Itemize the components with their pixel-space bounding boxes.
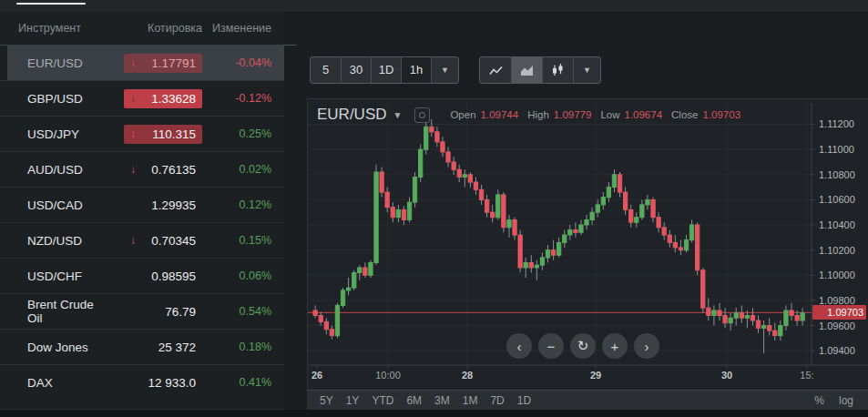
line-chart-icon: [488, 64, 504, 77]
instrument-name: USD/CAD: [0, 198, 102, 212]
change-percent: 0.54%: [202, 305, 271, 318]
instrument-name: GBP/USD: [0, 92, 102, 106]
price-axis-label: 1.10400: [819, 219, 866, 230]
timeframe-button-30[interactable]: 30: [341, 57, 371, 83]
chart-type-dropdown-button[interactable]: ▼: [573, 57, 600, 83]
candlestick-chart-icon: [550, 63, 566, 77]
price-axis-label: 1.09600: [819, 320, 866, 331]
range-button-7d[interactable]: 7D: [490, 394, 504, 407]
watchlist-row[interactable]: USD/CAD ↓1.29935 0.12%: [0, 187, 284, 222]
legend-open-value: 1.09744: [481, 109, 519, 120]
timeframe-button-1d[interactable]: 1D: [371, 57, 401, 83]
column-header-change: Изменение: [202, 22, 271, 35]
down-arrow-icon: ↓: [130, 163, 136, 176]
watchlist-row[interactable]: Dow Jones ↓25 372 0.18%: [0, 329, 284, 364]
time-axis-label: 26: [311, 370, 322, 381]
legend-close-label: Close: [671, 109, 698, 120]
instrument-name: Brent Crude Oil: [0, 298, 102, 325]
down-arrow-icon: ↓: [130, 127, 136, 140]
quote-badge: ↓0.70345: [124, 231, 202, 250]
quote-badge: ↓0.76135: [124, 160, 202, 179]
range-button-5y[interactable]: 5Y: [320, 394, 333, 407]
symbol-dropdown-icon[interactable]: ▼: [393, 110, 403, 120]
range-button-1m[interactable]: 1M: [463, 394, 478, 407]
watchlist-row[interactable]: NZD/USD ↓0.70345 0.15%: [0, 222, 284, 258]
chart-toolbar: 5 30 1D 1h ▼ ▼: [310, 56, 601, 84]
quote-value: 0.76135: [151, 163, 196, 177]
ohlc-legend: Open1.09744High1.09779Low1.09674Close1.0…: [450, 109, 750, 120]
area-chart-type-button[interactable]: [511, 57, 542, 83]
range-button-ytd[interactable]: YTD: [372, 394, 393, 407]
chart-type-group: ▼: [479, 56, 601, 84]
zoom-in-button[interactable]: +: [602, 333, 628, 359]
price-axis-label: 1.09400: [819, 345, 866, 356]
instrument-name: USD/CHF: [0, 270, 102, 283]
chart-header: EUR/USD ▼ Open1.09744High1.09779Low1.096…: [317, 106, 750, 124]
legend-close-value: 1.09703: [702, 109, 740, 120]
instrument-name: USD/JPY: [0, 127, 102, 141]
quote-badge: ↓76.79: [124, 302, 202, 321]
change-percent: 0.06%: [202, 270, 271, 282]
quote-value: 0.70345: [151, 234, 196, 248]
chart-symbol[interactable]: EUR/USD: [317, 106, 387, 124]
chart-settings-icon[interactable]: [414, 107, 430, 123]
timeframe-button-1h[interactable]: 1h: [401, 57, 431, 83]
change-percent: 0.02%: [202, 163, 271, 176]
price-axis-label: 1.11200: [819, 118, 866, 129]
change-percent: -0.12%: [202, 92, 271, 105]
time-axis-label: 10:00: [375, 370, 401, 381]
time-axis-label: 29: [590, 370, 601, 381]
watchlist-row[interactable]: EUR/USD ↓1.17791 -0.04%: [0, 45, 284, 80]
timeframe-dropdown-button[interactable]: ▼: [431, 57, 458, 83]
change-percent: 0.15%: [202, 234, 271, 247]
instrument-name: AUD/USD: [0, 163, 102, 177]
watchlist-row[interactable]: AUD/USD ↓0.76135 0.02%: [0, 151, 284, 187]
change-percent: -0.04%: [202, 56, 271, 69]
pan-left-button[interactable]: ‹: [506, 333, 532, 359]
candlestick-chart-type-button[interactable]: [542, 57, 573, 83]
watchlist-row[interactable]: USD/CHF ↓0.98595 0.06%: [0, 258, 284, 293]
line-chart-type-button[interactable]: [480, 57, 511, 83]
price-axis-label: 1.10200: [819, 245, 866, 256]
range-buttons: 5Y1YYTD6M3M1M7D1D: [307, 394, 531, 407]
time-axis-label: 30: [721, 370, 732, 381]
quote-badge: ↓25 372: [124, 338, 202, 357]
quote-value: 1.29935: [151, 198, 196, 212]
selected-row-connector: [282, 45, 297, 46]
instrument-name: EUR/USD: [0, 56, 102, 70]
quote-value: 1.33628: [151, 92, 196, 106]
quote-badge: ↓0.98595: [124, 267, 202, 286]
timeframe-group: 5 30 1D 1h ▼: [310, 56, 459, 84]
timeframe-button-5[interactable]: 5: [311, 57, 341, 83]
chart-nav-controls: ‹ − ↻ + ›: [506, 333, 659, 359]
price-axis-label: 1.11000: [819, 144, 866, 155]
down-arrow-icon: ↓: [130, 56, 136, 69]
column-header-quote: Котировка: [102, 22, 202, 35]
change-percent: 0.25%: [202, 127, 271, 140]
price-axis-label: 1.10000: [819, 270, 866, 280]
price-axis-label: 1.10800: [819, 169, 866, 180]
reset-zoom-button[interactable]: ↻: [570, 333, 596, 359]
instrument-name: Dow Jones: [0, 341, 102, 354]
quote-value: 12 933.0: [148, 376, 196, 390]
time-axis-label: 15:: [800, 370, 813, 381]
watchlist-row[interactable]: USD/JPY ↓110.315 0.25%: [0, 116, 284, 151]
range-button-6m[interactable]: 6M: [406, 394, 422, 407]
watchlist-row[interactable]: DAX ↓12 933.0 0.41%: [0, 364, 284, 400]
current-price-badge: 1.09703: [812, 305, 866, 320]
watchlist-header: Инструмент Котировка Изменение: [0, 12, 284, 45]
pan-right-button[interactable]: ›: [634, 333, 659, 359]
watchlist-row[interactable]: GBP/USD ↓1.33628 -0.12%: [0, 80, 284, 116]
change-percent: 0.12%: [202, 198, 271, 211]
range-button-1d[interactable]: 1D: [517, 394, 531, 407]
percent-scale-button[interactable]: %: [814, 394, 824, 407]
range-button-1y[interactable]: 1Y: [346, 394, 360, 407]
range-button-3m[interactable]: 3M: [434, 394, 450, 407]
range-toolbar: 5Y1YYTD6M3M1M7D1D % log: [307, 390, 868, 410]
price-axis-label: 1.10600: [819, 194, 866, 205]
watchlist-row[interactable]: Brent Crude Oil ↓76.79 0.54%: [0, 293, 284, 329]
quote-value: 110.315: [152, 127, 196, 141]
legend-high-value: 1.09779: [554, 109, 592, 120]
log-scale-button[interactable]: log: [839, 394, 853, 407]
zoom-out-button[interactable]: −: [538, 333, 564, 359]
